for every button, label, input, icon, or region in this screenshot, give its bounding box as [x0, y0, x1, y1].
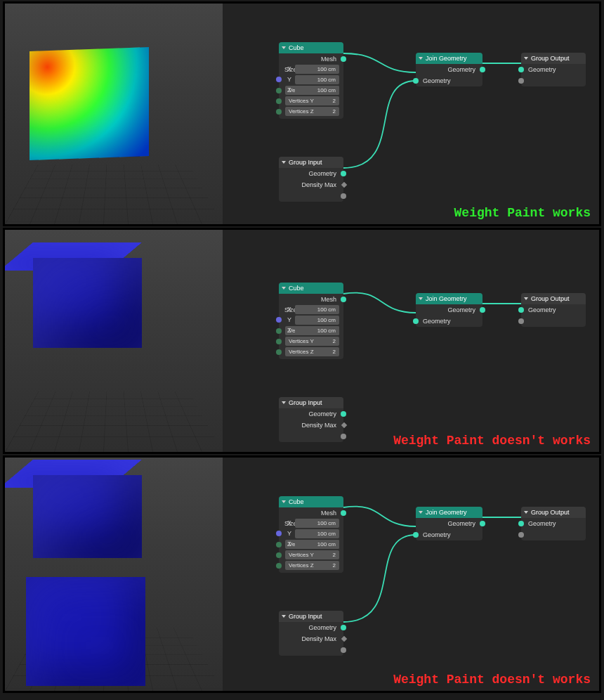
socket-multi-icon[interactable] [341, 193, 346, 199]
chevron-down-icon[interactable] [281, 45, 287, 51]
socket-int-icon[interactable] [276, 563, 282, 569]
field-size-z[interactable]: 100 cm [295, 326, 339, 335]
socket-multi-icon[interactable] [341, 647, 346, 653]
node-header-group-input[interactable]: Group Input [279, 157, 343, 168]
socket-int-icon[interactable] [276, 552, 282, 558]
field-vz[interactable]: Vertices Z2 [285, 107, 339, 116]
socket-geo-icon[interactable] [413, 78, 419, 84]
node-group-output[interactable]: Group Output Geometry [521, 293, 586, 327]
field-size-y[interactable]: 100 cm [295, 529, 339, 538]
node-header-cube[interactable]: Cube [279, 283, 343, 294]
node-header-join[interactable]: Join Geometry [416, 293, 482, 304]
field-size-x[interactable]: 100 cm [295, 305, 339, 314]
node-header-group-output[interactable]: Group Output [521, 53, 586, 64]
socket-extend[interactable] [279, 431, 343, 442]
socket-geo-icon[interactable] [341, 411, 346, 417]
socket-int-icon[interactable] [276, 349, 282, 355]
socket-int-icon[interactable] [276, 98, 282, 104]
socket-geo-icon[interactable] [341, 510, 346, 516]
socket-geometry-in[interactable]: Geometry [416, 75, 482, 86]
node-group-output[interactable]: Group Output Geometry [521, 507, 586, 540]
viewport-2[interactable] [5, 230, 223, 452]
socket-diamond-icon[interactable] [341, 182, 347, 188]
chevron-down-icon[interactable] [523, 56, 529, 61]
socket-diamond-icon[interactable] [341, 422, 347, 428]
node-group-input[interactable]: Group Input Geometry Density Max [279, 397, 343, 442]
node-group-input[interactable]: Group Input Geometry Density Max [279, 157, 343, 202]
socket-geometry[interactable]: Geometry [521, 304, 586, 316]
socket-geo-icon[interactable] [518, 521, 524, 526]
node-editor-2[interactable]: Cube Mesh Size: X100 cm Y100 cm Z100 cm … [223, 230, 599, 452]
socket-geometry-out[interactable]: Geometry [416, 304, 482, 316]
socket-geo-icon[interactable] [413, 532, 419, 538]
node-join-geometry[interactable]: Join Geometry Geometry Geometry [416, 507, 482, 540]
socket-multi-icon[interactable] [518, 78, 524, 84]
socket-geometry[interactable]: Geometry [521, 518, 586, 529]
field-size-y[interactable]: 100 cm [295, 75, 339, 84]
chevron-down-icon[interactable] [281, 285, 287, 291]
node-header-group-output[interactable]: Group Output [521, 293, 586, 304]
field-vz[interactable]: Vertices Z2 [285, 561, 339, 570]
chevron-down-icon[interactable] [281, 499, 287, 505]
node-header-group-output[interactable]: Group Output [521, 507, 586, 518]
socket-geometry-out[interactable]: Geometry [416, 64, 482, 75]
socket-multi-icon[interactable] [341, 434, 346, 439]
socket-geometry-in[interactable]: Geometry [416, 529, 482, 540]
node-cube[interactable]: Cube Mesh Size: X100 cm Y100 cm Z100 cm … [279, 496, 343, 573]
socket-geometry[interactable]: Geometry [279, 622, 343, 633]
socket-geo-icon[interactable] [518, 307, 524, 313]
socket-vec-icon[interactable] [276, 77, 282, 82]
field-size-x[interactable]: 100 cm [295, 519, 339, 528]
node-cube[interactable]: Cube Mesh Size: X100 cm Y100 cm Z100 cm … [279, 283, 343, 359]
node-editor-1[interactable]: Cube Mesh Size: X100 cm Y100 cm Z100 cm … [223, 4, 599, 224]
field-vz[interactable]: Vertices Z2 [285, 347, 339, 356]
socket-geo-icon[interactable] [341, 171, 346, 176]
chevron-down-icon[interactable] [523, 510, 529, 515]
node-header-join[interactable]: Join Geometry [416, 53, 482, 64]
socket-int-icon[interactable] [276, 339, 282, 344]
node-header-cube[interactable]: Cube [279, 42, 343, 53]
viewport-1[interactable] [5, 4, 223, 224]
socket-extend[interactable] [279, 644, 343, 656]
chevron-down-icon[interactable] [281, 160, 287, 165]
socket-geometry[interactable]: Geometry [279, 408, 343, 420]
chevron-down-icon[interactable] [281, 614, 287, 619]
socket-geometry[interactable]: Geometry [521, 64, 586, 75]
node-editor-3[interactable]: Cube Mesh Size: X100 cm Y100 cm Z100 cm … [223, 458, 599, 691]
socket-extend[interactable] [521, 529, 586, 540]
node-join-geometry[interactable]: Join Geometry Geometry Geometry [416, 53, 482, 86]
socket-multi-icon[interactable] [518, 532, 524, 538]
socket-geo-icon[interactable] [341, 625, 346, 630]
socket-density[interactable]: Density Max [279, 179, 343, 190]
node-group-output[interactable]: Group Output Geometry [521, 53, 586, 86]
socket-geo-icon[interactable] [413, 318, 419, 324]
socket-geo-icon[interactable] [341, 297, 346, 302]
socket-geo-icon[interactable] [480, 307, 485, 313]
field-vy[interactable]: Vertices Y2 [285, 96, 339, 105]
socket-extend[interactable] [521, 316, 586, 327]
node-header-join[interactable]: Join Geometry [416, 507, 482, 518]
viewport-3[interactable] [5, 458, 223, 691]
node-group-input[interactable]: Group Input Geometry Density Max [279, 611, 343, 656]
field-vy[interactable]: Vertices Y2 [285, 550, 339, 559]
socket-density[interactable]: Density Max [279, 633, 343, 644]
socket-int-icon[interactable] [276, 109, 282, 115]
socket-geometry[interactable]: Geometry [279, 168, 343, 179]
chevron-down-icon[interactable] [418, 56, 424, 61]
node-cube[interactable]: Cube Mesh Size: X100 cm Y100 cm Z100 cm … [279, 42, 343, 119]
chevron-down-icon[interactable] [281, 400, 287, 406]
socket-geometry-out[interactable]: Geometry [416, 518, 482, 529]
node-header-cube[interactable]: Cube [279, 496, 343, 507]
socket-geo-icon[interactable] [480, 521, 485, 526]
field-vy[interactable]: Vertices Y2 [285, 337, 339, 346]
socket-diamond-icon[interactable] [341, 636, 347, 642]
field-size-z[interactable]: 100 cm [295, 540, 339, 549]
socket-geo-icon[interactable] [480, 67, 485, 72]
socket-geometry-in[interactable]: Geometry [416, 316, 482, 327]
socket-vec-icon[interactable] [276, 317, 282, 323]
socket-extend[interactable] [279, 190, 343, 202]
node-join-geometry[interactable]: Join Geometry Geometry Geometry [416, 293, 482, 327]
chevron-down-icon[interactable] [523, 296, 529, 302]
chevron-down-icon[interactable] [418, 510, 424, 515]
field-size-y[interactable]: 100 cm [295, 316, 339, 325]
